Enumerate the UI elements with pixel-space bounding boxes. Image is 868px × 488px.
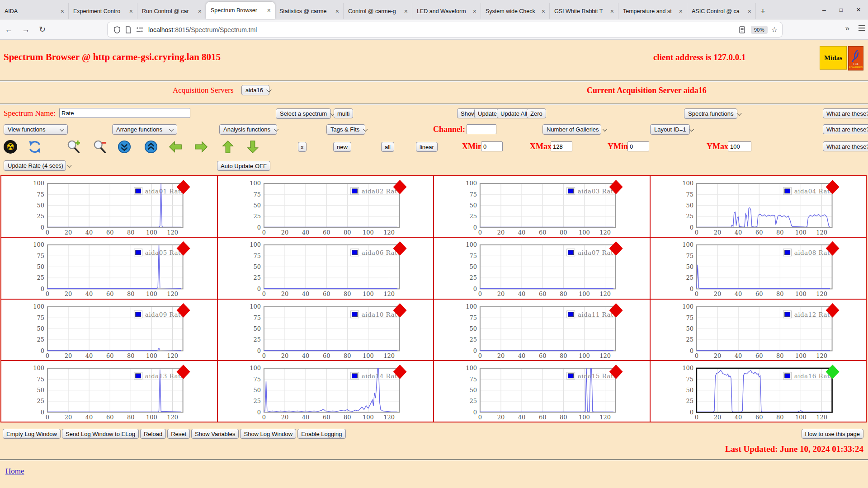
tab-close-icon[interactable]: × <box>472 8 478 15</box>
spectrum-chart-aida05[interactable]: 0255075100020406080100120aida05 Rate <box>1 238 217 298</box>
analysis-functions-dropdown[interactable]: Analysis functions <box>219 124 277 135</box>
zoom-in-icon[interactable] <box>67 140 80 154</box>
spectrum-cell-aida05[interactable]: 0255075100020406080100120aida05 Rate <box>1 237 217 299</box>
spectrum-chart-aida06[interactable]: 0255075100020406080100120aida06 Rate <box>218 238 434 298</box>
auto-update-button[interactable]: Auto Update OFF <box>217 161 270 171</box>
spectrum-cell-aida12[interactable]: 0255075100020406080100120aida12 Rate <box>650 299 867 361</box>
layout-id-dropdown[interactable]: Layout ID=1 <box>650 124 690 135</box>
scroll-down-icon[interactable] <box>118 140 131 154</box>
maximize-icon[interactable]: □ <box>840 7 843 13</box>
acquisition-server-select[interactable]: aida16 <box>241 85 269 95</box>
spectrum-cell-aida03[interactable]: 0255075100020406080100120aida03 Rate <box>434 176 650 237</box>
zero-button[interactable]: Zero <box>527 108 546 118</box>
tab-aida[interactable]: AIDA× <box>0 3 69 19</box>
show-variables-button[interactable]: Show Variables <box>191 429 239 439</box>
spectrum-chart-aida15[interactable]: 0255075100020406080100120aida15 Rate <box>434 361 650 422</box>
shield-icon[interactable] <box>113 26 121 33</box>
tab-close-icon[interactable]: × <box>609 8 615 15</box>
tab-close-icon[interactable]: × <box>403 8 409 15</box>
spectrum-chart-aida09[interactable]: 0255075100020406080100120aida09 Rate <box>1 300 217 360</box>
what-are-these-button-2[interactable]: What are these? <box>823 124 868 134</box>
spectrum-chart-aida11[interactable]: 0255075100020406080100120aida11 Rate <box>434 300 650 360</box>
enable-logging-button[interactable]: Enable Logging <box>297 429 345 439</box>
spectrum-chart-aida02[interactable]: 0255075100020406080100120aida02 Rate <box>218 176 434 237</box>
tab-asic-control-ca[interactable]: ASIC Control @ ca× <box>687 3 756 19</box>
empty-log-window-button[interactable]: Empty Log Window <box>3 429 61 439</box>
xmin-input[interactable] <box>481 141 503 151</box>
tab-led-and-waveform[interactable]: LED and Waveform× <box>412 3 481 19</box>
zoom-out-icon[interactable] <box>93 140 107 154</box>
permissions-icon[interactable] <box>136 27 143 33</box>
page-info-icon[interactable] <box>125 26 132 33</box>
new-tab-button[interactable]: + <box>756 6 771 19</box>
tab-spectrum-browser[interactable]: Spectrum Browser× <box>206 2 275 19</box>
select-a-spectrum-dropdown[interactable]: Select a spectrum <box>276 108 331 119</box>
spectrum-chart-aida07[interactable]: 0255075100020406080100120aida07 Rate <box>434 238 650 298</box>
number-of-galleries-dropdown[interactable]: Number of Galleries <box>542 124 601 135</box>
spectrum-cell-aida01[interactable]: 0255075100020406080100120aida01 Rate <box>1 176 217 237</box>
spectrum-chart-aida12[interactable]: 0255075100020406080100120aida12 Rate <box>651 300 866 360</box>
new-button[interactable]: new <box>333 142 351 152</box>
tab-statistics-carme[interactable]: Statistics @ carme× <box>275 3 344 19</box>
reader-mode-icon[interactable] <box>739 26 745 33</box>
spectrum-cell-aida10[interactable]: 0255075100020406080100120aida10 Rate <box>217 299 434 361</box>
view-functions-dropdown[interactable]: View functions <box>4 124 68 135</box>
spectrum-name-input[interactable] <box>59 108 190 118</box>
tab-close-icon[interactable]: × <box>746 8 753 15</box>
spectrum-chart-aida01[interactable]: 0255075100020406080100120aida01 Rate <box>1 176 217 237</box>
spectra-functions-dropdown[interactable]: Spectra functions <box>684 108 737 119</box>
tab-close-icon[interactable]: × <box>266 7 272 14</box>
spectrum-cell-aida16[interactable]: 0255075100020406080100120aida16 Rate <box>650 361 867 422</box>
radiation-icon[interactable]: ☢ <box>4 140 17 154</box>
tab-close-icon[interactable]: × <box>678 8 684 15</box>
back-icon[interactable]: ← <box>0 25 17 34</box>
spectrum-cell-aida07[interactable]: 0255075100020406080100120aida07 Rate <box>434 237 650 299</box>
channel-input[interactable] <box>467 124 496 134</box>
update-rate-dropdown[interactable]: Update Rate (4 secs) <box>4 160 66 171</box>
overflow-chevrons-icon[interactable]: » <box>845 24 849 33</box>
tab-gsi-white-rabbit-t[interactable]: GSI White Rabbit T× <box>550 3 618 19</box>
zoom-level-badge[interactable]: 90% <box>751 26 768 34</box>
spectrum-chart-aida13[interactable]: 0255075100020406080100120aida13 Rate <box>1 361 217 422</box>
minimize-icon[interactable]: – <box>822 6 826 14</box>
tab-close-icon[interactable]: × <box>59 8 66 15</box>
spectrum-chart-aida10[interactable]: 0255075100020406080100120aida10 Rate <box>218 300 434 360</box>
scroll-up-icon[interactable] <box>144 140 158 154</box>
update-all-button[interactable]: Update All <box>497 108 531 118</box>
send-log-window-to-elog-button[interactable]: Send Log Window to ELog <box>62 429 139 439</box>
what-are-these-button-3[interactable]: What are these? <box>823 141 868 151</box>
close-icon[interactable]: × <box>856 5 861 14</box>
spectrum-cell-aida14[interactable]: 0255075100020406080100120aida14 Rate <box>217 361 434 422</box>
all-button[interactable]: all <box>381 142 394 152</box>
spectrum-cell-aida04[interactable]: 0255075100020406080100120aida04 Rate <box>650 176 867 237</box>
tab-close-icon[interactable]: × <box>128 8 134 15</box>
spectrum-cell-aida08[interactable]: 0255075100020406080100120aida08 Rate <box>650 237 867 299</box>
reset-button[interactable]: Reset <box>167 429 190 439</box>
ymin-input[interactable] <box>627 141 649 151</box>
tags-fits-dropdown[interactable]: Tags & Fits <box>326 124 365 135</box>
spectrum-cell-aida09[interactable]: 0255075100020406080100120aida09 Rate <box>1 299 217 361</box>
multi-button[interactable]: multi <box>334 108 353 118</box>
spectrum-cell-aida06[interactable]: 0255075100020406080100120aida06 Rate <box>217 237 434 299</box>
bookmark-star-icon[interactable]: ☆ <box>771 25 778 34</box>
spectrum-chart-aida16[interactable]: 0255075100020406080100120aida16 Rate <box>651 361 866 422</box>
spectrum-chart-aida04[interactable]: 0255075100020406080100120aida04 Rate <box>651 176 866 237</box>
ymax-input[interactable] <box>728 141 751 151</box>
x-button[interactable]: x <box>298 142 307 152</box>
tab-close-icon[interactable]: × <box>197 8 203 15</box>
tab-experiment-contro[interactable]: Experiment Contro× <box>69 3 137 19</box>
xmax-input[interactable] <box>551 141 572 151</box>
refresh-icon[interactable] <box>28 140 42 154</box>
forward-icon[interactable]: → <box>17 25 34 34</box>
pan-left-icon[interactable] <box>169 140 182 154</box>
pan-down-icon[interactable] <box>246 140 259 154</box>
tab-system-wide-check[interactable]: System wide Check× <box>481 3 550 19</box>
tab-control-carme-g[interactable]: Control @ carme-g× <box>344 3 412 19</box>
linear-button[interactable]: linear <box>416 142 438 152</box>
tab-close-icon[interactable]: × <box>540 8 547 15</box>
spectrum-chart-aida03[interactable]: 0255075100020406080100120aida03 Rate <box>434 176 650 237</box>
what-are-these-button-1[interactable]: What are these? <box>823 108 868 118</box>
reload-icon[interactable]: ↻ <box>34 24 50 34</box>
spectrum-chart-aida14[interactable]: 0255075100020406080100120aida14 Rate <box>218 361 434 422</box>
pan-up-icon[interactable] <box>221 140 235 154</box>
